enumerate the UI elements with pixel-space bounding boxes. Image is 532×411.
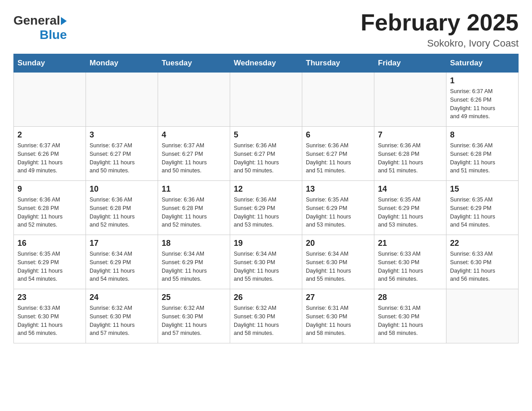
day-info: Sunrise: 6:36 AMSunset: 6:28 PMDaylight:…	[90, 196, 154, 229]
week-row-5: 23Sunrise: 6:33 AMSunset: 6:30 PMDayligh…	[14, 289, 519, 343]
day-info: Sunrise: 6:33 AMSunset: 6:30 PMDaylight:…	[450, 250, 515, 283]
weekday-header-tuesday: Tuesday	[158, 54, 230, 73]
day-number: 4	[162, 130, 226, 140]
day-cell: 17Sunrise: 6:34 AMSunset: 6:29 PMDayligh…	[86, 235, 158, 289]
day-cell: 24Sunrise: 6:32 AMSunset: 6:30 PMDayligh…	[86, 289, 158, 343]
day-info: Sunrise: 6:35 AMSunset: 6:29 PMDaylight:…	[450, 196, 515, 229]
day-info: Sunrise: 6:37 AMSunset: 6:27 PMDaylight:…	[90, 141, 154, 175]
day-info: Sunrise: 6:34 AMSunset: 6:30 PMDaylight:…	[306, 250, 370, 283]
day-cell: 9Sunrise: 6:36 AMSunset: 6:28 PMDaylight…	[14, 181, 86, 235]
day-info: Sunrise: 6:34 AMSunset: 6:29 PMDaylight:…	[162, 250, 226, 283]
day-number: 9	[17, 184, 82, 194]
day-cell: 28Sunrise: 6:31 AMSunset: 6:30 PMDayligh…	[374, 289, 446, 343]
day-cell: 23Sunrise: 6:33 AMSunset: 6:30 PMDayligh…	[14, 289, 86, 343]
day-cell: 2Sunrise: 6:37 AMSunset: 6:26 PMDaylight…	[14, 127, 86, 181]
day-number: 3	[90, 130, 154, 140]
day-number: 5	[234, 130, 298, 140]
day-cell: 7Sunrise: 6:36 AMSunset: 6:28 PMDaylight…	[374, 127, 446, 181]
day-info: Sunrise: 6:35 AMSunset: 6:29 PMDaylight:…	[378, 196, 442, 229]
day-cell: 25Sunrise: 6:32 AMSunset: 6:30 PMDayligh…	[158, 289, 230, 343]
day-number: 22	[450, 239, 515, 248]
weekday-header-friday: Friday	[374, 54, 446, 73]
weekday-header-saturday: Saturday	[446, 54, 519, 73]
day-cell: 5Sunrise: 6:36 AMSunset: 6:27 PMDaylight…	[230, 127, 302, 181]
day-number: 11	[162, 184, 226, 194]
day-info: Sunrise: 6:33 AMSunset: 6:30 PMDaylight:…	[378, 250, 442, 283]
day-cell: 8Sunrise: 6:36 AMSunset: 6:28 PMDaylight…	[446, 127, 519, 181]
day-number: 19	[234, 239, 298, 248]
day-info: Sunrise: 6:36 AMSunset: 6:29 PMDaylight:…	[234, 196, 298, 229]
day-info: Sunrise: 6:34 AMSunset: 6:30 PMDaylight:…	[234, 250, 298, 283]
day-cell: 12Sunrise: 6:36 AMSunset: 6:29 PMDayligh…	[230, 181, 302, 235]
day-cell: 22Sunrise: 6:33 AMSunset: 6:30 PMDayligh…	[446, 235, 519, 289]
day-info: Sunrise: 6:37 AMSunset: 6:26 PMDaylight:…	[450, 87, 515, 121]
title-section: February 2025 Sokokro, Ivory Coast	[360, 9, 519, 49]
logo-blue-text: Blue	[40, 28, 67, 42]
day-info: Sunrise: 6:32 AMSunset: 6:30 PMDaylight:…	[234, 304, 298, 338]
day-number: 18	[162, 239, 226, 248]
day-number: 20	[306, 239, 370, 248]
day-info: Sunrise: 6:32 AMSunset: 6:30 PMDaylight:…	[162, 304, 226, 338]
day-cell	[230, 73, 302, 127]
day-cell: 21Sunrise: 6:33 AMSunset: 6:30 PMDayligh…	[374, 235, 446, 289]
day-number: 2	[17, 130, 82, 140]
day-info: Sunrise: 6:35 AMSunset: 6:29 PMDaylight:…	[306, 196, 370, 229]
day-number: 26	[234, 293, 298, 302]
day-cell: 19Sunrise: 6:34 AMSunset: 6:30 PMDayligh…	[230, 235, 302, 289]
day-info: Sunrise: 6:36 AMSunset: 6:28 PMDaylight:…	[378, 141, 442, 175]
day-number: 12	[234, 184, 298, 194]
day-cell: 26Sunrise: 6:32 AMSunset: 6:30 PMDayligh…	[230, 289, 302, 343]
day-info: Sunrise: 6:35 AMSunset: 6:29 PMDaylight:…	[17, 250, 82, 283]
logo: General Blue	[13, 13, 67, 42]
weekday-header-row: SundayMondayTuesdayWednesdayThursdayFrid…	[14, 54, 519, 73]
day-cell: 3Sunrise: 6:37 AMSunset: 6:27 PMDaylight…	[86, 127, 158, 181]
day-number: 28	[378, 293, 442, 302]
day-cell: 13Sunrise: 6:35 AMSunset: 6:29 PMDayligh…	[302, 181, 374, 235]
day-info: Sunrise: 6:32 AMSunset: 6:30 PMDaylight:…	[90, 304, 154, 338]
calendar-title: February 2025	[360, 9, 519, 36]
day-cell	[374, 73, 446, 127]
day-cell: 15Sunrise: 6:35 AMSunset: 6:29 PMDayligh…	[446, 181, 519, 235]
day-cell: 27Sunrise: 6:31 AMSunset: 6:30 PMDayligh…	[302, 289, 374, 343]
weekday-header-wednesday: Wednesday	[230, 54, 302, 73]
day-number: 21	[378, 239, 442, 248]
day-cell: 1Sunrise: 6:37 AMSunset: 6:26 PMDaylight…	[446, 73, 519, 127]
day-number: 8	[450, 130, 515, 140]
page-header: General Blue February 2025 Sokokro, Ivor…	[13, 9, 519, 49]
day-cell	[446, 289, 519, 343]
day-number: 6	[306, 130, 370, 140]
day-cell	[86, 73, 158, 127]
weekday-header-monday: Monday	[86, 54, 158, 73]
day-number: 23	[17, 293, 82, 302]
day-number: 14	[378, 184, 442, 194]
day-cell	[302, 73, 374, 127]
day-cell: 11Sunrise: 6:36 AMSunset: 6:28 PMDayligh…	[158, 181, 230, 235]
day-cell	[14, 73, 86, 127]
day-number: 13	[306, 184, 370, 194]
day-info: Sunrise: 6:33 AMSunset: 6:30 PMDaylight:…	[17, 304, 82, 338]
week-row-4: 16Sunrise: 6:35 AMSunset: 6:29 PMDayligh…	[14, 235, 519, 289]
day-info: Sunrise: 6:37 AMSunset: 6:26 PMDaylight:…	[17, 141, 82, 175]
day-info: Sunrise: 6:31 AMSunset: 6:30 PMDaylight:…	[306, 304, 370, 338]
day-info: Sunrise: 6:36 AMSunset: 6:28 PMDaylight:…	[17, 196, 82, 229]
day-cell: 10Sunrise: 6:36 AMSunset: 6:28 PMDayligh…	[86, 181, 158, 235]
logo-general-text: General	[13, 13, 60, 28]
day-info: Sunrise: 6:36 AMSunset: 6:28 PMDaylight:…	[450, 141, 515, 175]
week-row-3: 9Sunrise: 6:36 AMSunset: 6:28 PMDaylight…	[14, 181, 519, 235]
day-number: 1	[450, 76, 515, 86]
week-row-2: 2Sunrise: 6:37 AMSunset: 6:26 PMDaylight…	[14, 127, 519, 181]
day-number: 7	[378, 130, 442, 140]
day-info: Sunrise: 6:31 AMSunset: 6:30 PMDaylight:…	[378, 304, 442, 338]
day-cell: 4Sunrise: 6:37 AMSunset: 6:27 PMDaylight…	[158, 127, 230, 181]
day-number: 15	[450, 184, 515, 194]
day-info: Sunrise: 6:36 AMSunset: 6:28 PMDaylight:…	[162, 196, 226, 229]
day-cell: 18Sunrise: 6:34 AMSunset: 6:29 PMDayligh…	[158, 235, 230, 289]
day-number: 25	[162, 293, 226, 302]
day-number: 10	[90, 184, 154, 194]
day-cell: 16Sunrise: 6:35 AMSunset: 6:29 PMDayligh…	[14, 235, 86, 289]
day-number: 27	[306, 293, 370, 302]
day-info: Sunrise: 6:36 AMSunset: 6:27 PMDaylight:…	[306, 141, 370, 175]
weekday-header-sunday: Sunday	[14, 54, 86, 73]
weekday-header-thursday: Thursday	[302, 54, 374, 73]
day-cell: 6Sunrise: 6:36 AMSunset: 6:27 PMDaylight…	[302, 127, 374, 181]
